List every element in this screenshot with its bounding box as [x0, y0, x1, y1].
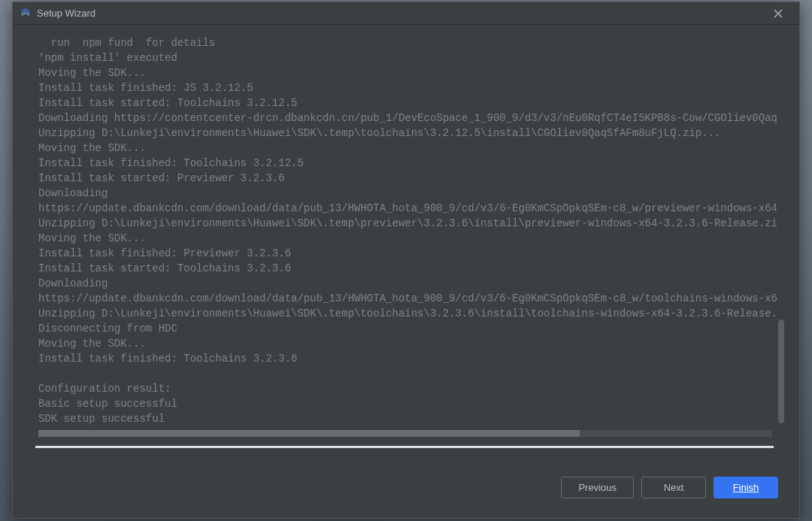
progress-bar	[35, 446, 774, 448]
log-text: run npm fund for details 'npm install' e…	[38, 35, 777, 426]
horizontal-scrollbar-track[interactable]	[38, 430, 772, 437]
close-button[interactable]	[763, 3, 793, 24]
horizontal-scrollbar-thumb[interactable]	[38, 430, 580, 437]
finish-button[interactable]: Finish	[714, 477, 778, 498]
titlebar[interactable]: Setup Wizard	[13, 2, 799, 25]
previous-button[interactable]: Previous	[561, 477, 634, 498]
close-icon	[774, 9, 783, 18]
button-row: Previous Next Finish	[561, 477, 778, 498]
next-button[interactable]: Next	[641, 477, 706, 498]
app-icon	[19, 7, 32, 20]
setup-wizard-dialog: Setup Wizard run npm fund for details 'n…	[12, 2, 800, 519]
window-title: Setup Wizard	[37, 8, 763, 19]
vertical-scrollbar-thumb[interactable]	[778, 320, 784, 423]
content-area: run npm fund for details 'npm install' e…	[13, 25, 799, 518]
log-output[interactable]: run npm fund for details 'npm install' e…	[38, 35, 777, 515]
